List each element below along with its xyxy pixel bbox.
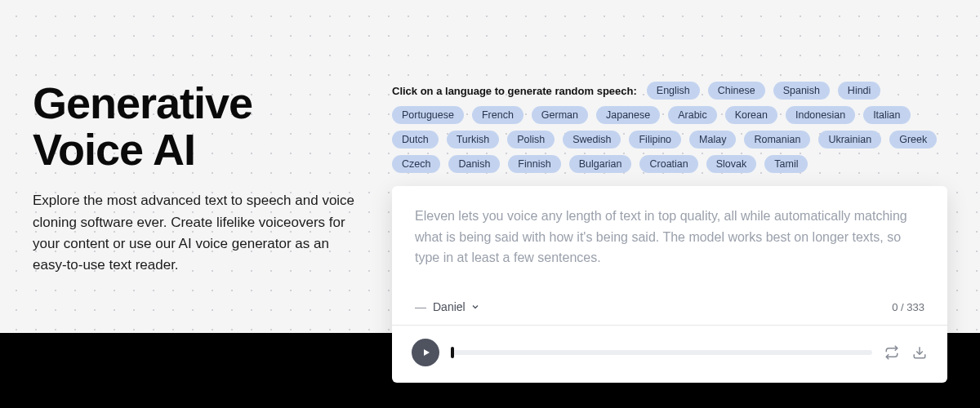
title-line-1: Generative [33, 78, 252, 127]
language-chip[interactable]: Arabic [668, 106, 716, 124]
language-chip[interactable]: Indonesian [786, 106, 855, 124]
language-chip[interactable]: Filipino [629, 131, 681, 149]
title-line-2: Voice AI [33, 125, 195, 174]
language-chip[interactable]: Finnish [508, 155, 560, 173]
language-chip-row: Click on a language to generate random s… [392, 82, 947, 173]
svg-marker-0 [424, 349, 430, 356]
language-chip[interactable]: Greek [889, 131, 937, 149]
audio-progress-knob[interactable] [451, 347, 454, 358]
page-title: Generative Voice AI [33, 80, 359, 172]
audio-progress-track[interactable] [451, 350, 872, 355]
loop-button[interactable] [884, 344, 900, 361]
language-chip[interactable]: Italian [863, 106, 910, 124]
language-prompt-label: Click on a language to generate random s… [392, 85, 637, 97]
tts-panel: Eleven lets you voice any length of text… [392, 186, 947, 383]
language-chip[interactable]: Ukrainian [818, 131, 881, 149]
text-input[interactable]: Eleven lets you voice any length of text… [415, 206, 924, 287]
voice-selector-dash: — [415, 300, 426, 313]
language-chip[interactable]: Romanian [744, 131, 810, 149]
loop-icon [884, 345, 899, 360]
language-chip[interactable]: Hindi [838, 82, 881, 100]
audio-player [392, 326, 947, 383]
chevron-down-icon [470, 302, 480, 312]
language-chip[interactable]: Malay [689, 131, 736, 149]
download-icon [912, 345, 927, 360]
language-chip[interactable]: Tamil [764, 155, 808, 173]
hero-section: Generative Voice AI Explore the most adv… [33, 33, 359, 408]
language-chip[interactable]: Dutch [392, 131, 439, 149]
language-chip[interactable]: Czech [392, 155, 440, 173]
play-icon [421, 348, 431, 357]
language-chip[interactable]: Polish [507, 131, 555, 149]
language-chip[interactable]: Spanish [773, 82, 830, 100]
language-chip[interactable]: Slovak [706, 155, 757, 173]
language-chip[interactable]: Korean [725, 106, 777, 124]
language-chip[interactable]: English [647, 82, 700, 100]
language-chip[interactable]: Turkish [447, 131, 500, 149]
language-chip[interactable]: Portuguese [392, 106, 464, 124]
language-chip[interactable]: Croatian [639, 155, 697, 173]
language-chip[interactable]: Japanese [596, 106, 660, 124]
character-count: 0 / 333 [892, 301, 924, 313]
language-chip[interactable]: Bulgarian [569, 155, 632, 173]
download-button[interactable] [911, 344, 928, 361]
voice-selector[interactable]: — Daniel [415, 300, 480, 313]
language-chip[interactable]: Swedish [563, 131, 621, 149]
language-chip[interactable]: French [472, 106, 523, 124]
hero-description: Explore the most advanced text to speech… [33, 190, 359, 276]
language-chip[interactable]: German [532, 106, 588, 124]
language-chip[interactable]: Danish [448, 155, 500, 173]
language-chip[interactable]: Chinese [708, 82, 765, 100]
voice-name: Daniel [433, 300, 466, 313]
play-button[interactable] [412, 339, 439, 366]
